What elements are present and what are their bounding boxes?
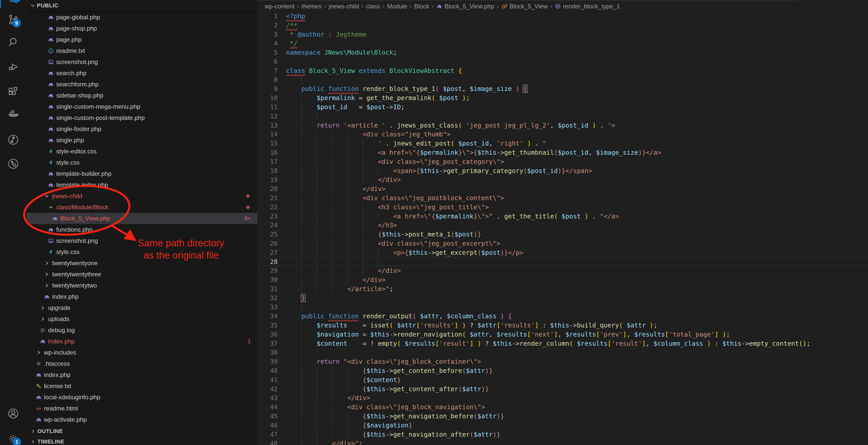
tree-item-page-shop.php[interactable]: page-shop.php [27,23,257,34]
tree-item-wp-includes[interactable]: wp-includes [27,347,257,358]
code-line-12[interactable]: 12 [257,112,868,121]
tree-item-index.php[interactable]: index.php1 [27,336,257,347]
code-line-2[interactable]: 2/** [257,21,868,30]
code-line-31[interactable]: 31 </article>"; [257,284,868,294]
code-line-21[interactable]: 21 <div class=\"jeg_postblock_content\"> [257,194,868,203]
tree-item-style.css[interactable]: #style.css [27,246,257,258]
code-line-41[interactable]: 41 {$content} [257,375,868,384]
tree-item-screenshot.png[interactable]: screenshot.png [27,235,257,246]
explorer-section-header[interactable]: PUBLIC [27,0,257,11]
code-line-14[interactable]: 14 <div class="jeg_thumb"> [257,130,868,139]
tree-item-style.css[interactable]: #style.css [27,157,257,168]
code-line-32[interactable]: 32 } [257,294,868,303]
code-line-48[interactable]: 48 </div>"; [257,439,868,445]
code-line-44[interactable]: 44 <div class=\"jeg_block_navigation\"> [257,403,868,412]
breadcrumb-item[interactable]: themes [302,3,321,10]
code-line-15[interactable]: 15 ' . jnews_edit_post( $post_id, 'right… [257,139,868,148]
tree-item-readme.txt[interactable]: readme.txt [27,45,257,57]
tree-item-single-footer.php[interactable]: single-footer.php [27,124,257,135]
tree-item-template-index.php[interactable]: template-index.php [27,179,257,191]
extensions-icon[interactable] [7,86,19,98]
code-line-42[interactable]: 42 {$this->get_content_after($attr)} [257,384,868,394]
tree-item-screenshot.png[interactable]: screenshot.png [27,57,257,68]
git-graph-icon[interactable] [7,134,19,146]
tree-item-sidebar-shop.php[interactable]: sidebar-shop.php [27,90,257,101]
code-line-30[interactable]: 30 </div> [257,275,868,284]
search-icon[interactable] [7,36,19,48]
code-line-3[interactable]: 3 * @author : Jegtheme [257,30,868,39]
code-line-20[interactable]: 20 </div> [257,184,868,194]
code-line-23[interactable]: 23 <a href=\"{$permalink}\">" . get_the_… [257,212,868,221]
tree-item-license.txt[interactable]: license.txt [27,380,257,392]
code-line-39[interactable]: 39 return "<div class=\"jeg_block_contai… [257,357,868,366]
tree-item-search.php[interactable]: search.php [27,68,257,79]
tree-item-.htaccess[interactable]: .htaccess [27,358,257,369]
tree-item-style-editor.css[interactable]: #style-editor.css [27,146,257,157]
code-line-16[interactable]: 16 <a href=\"{$permalink}\">{$this->get_… [257,148,868,157]
breadcrumb-item[interactable]: jnews-child [329,3,359,10]
tree-item-page-global.php[interactable]: page-global.php [27,12,257,23]
code-line-24[interactable]: 24 </h3> [257,221,868,230]
tree-item-debug.log[interactable]: debug.log [27,324,257,336]
code-line-13[interactable]: 13 return '<article ' . jnews_post_class… [257,121,868,130]
breadcrumb-item[interactable]: Block [414,3,429,10]
code-line-8[interactable]: 8 [257,75,868,84]
code-line-43[interactable]: 43 </div> [257,393,868,403]
code-line-1[interactable]: 1<?php [257,12,868,21]
tree-item-jnews-child[interactable]: jnews-child [27,191,257,202]
code-line-7[interactable]: 7class Block_5_View extends BlockViewAbs… [257,66,868,75]
code-line-18[interactable]: 18 <span>{$this->get_primary_category($p… [257,166,868,175]
git-search-icon[interactable] [7,158,19,170]
timeline-section-header[interactable]: TIMELINE [27,436,257,445]
tree-item-class-Module-Block[interactable]: class/Module/Block [27,202,257,213]
tree-item-functions.php[interactable]: functions.php [27,224,257,235]
breadcrumb-symbol-method[interactable]: render_block_type_1 [563,3,620,10]
tree-item-twentytwentyone[interactable]: twentytwentyone [27,258,257,269]
tree-item-local-xdebuginfo.php[interactable]: local-xdebuginfo.php [27,392,257,403]
code-line-25[interactable]: 25 {$this->post_meta_1($post)} [257,230,868,239]
code-line-36[interactable]: 36 $navigation = $this->render_navigatio… [257,330,868,339]
code-line-4[interactable]: 4 */ [257,39,868,48]
breadcrumb-symbol-class[interactable]: Block_5_View [509,3,548,10]
tree-item-index.php[interactable]: index.php [27,291,257,302]
code-line-46[interactable]: 46 {$navigation} [257,421,868,430]
code-line-29[interactable]: 29 </div> [257,266,868,275]
code-line-9[interactable]: 9 public function render_block_type_1( $… [257,84,868,94]
breadcrumb-item[interactable]: Module [387,3,407,10]
code-line-34[interactable]: 34 public function render_output( $attr,… [257,312,868,321]
code-line-10[interactable]: 10 $permalink = get_the_permalink( $post… [257,94,868,103]
tree-item-index.php[interactable]: index.php [27,369,257,380]
breadcrumb-item[interactable]: wp-content [265,3,294,10]
tree-item-twentytwentythree[interactable]: twentytwentythree [27,269,257,280]
code-line-27[interactable]: 27 <p>{$this->get_excerpt($post)}</p> [257,248,868,257]
breadcrumb-item[interactable]: class [366,3,380,10]
code-line-6[interactable]: 6 [257,57,868,66]
code-line-47[interactable]: 47 {$this->get_navigation_after($attr)} [257,430,868,439]
tree-item-uploads[interactable]: uploads [27,313,257,324]
tree-item-single-custom-mega-menu.php[interactable]: single-custom-mega-menu.php [27,101,257,112]
docker-icon[interactable] [7,108,19,120]
code-line-28[interactable]: 28 [257,257,868,267]
code-line-11[interactable]: 11 $post_id = $post->ID; [257,103,868,112]
tree-item-single-custom-post-template.php[interactable]: single-custom-post-template.php [27,112,257,124]
tree-item-wp-activate.php[interactable]: wp-activate.php [27,414,257,425]
tree-item-searchform.php[interactable]: searchform.php [27,79,257,90]
tree-item-twentytwentytwo[interactable]: twentytwentytwo [27,280,257,291]
code-line-38[interactable]: 38 [257,348,868,357]
tree-item-Block_5_View.php[interactable]: Block_5_View.php9+ [27,213,257,224]
tree-item-readme.html[interactable]: <>readme.html [27,403,257,414]
code-line-5[interactable]: 5namespace JNews\Module\Block; [257,48,868,57]
run-debug-icon[interactable] [7,61,19,73]
tree-item-page.php[interactable]: page.php [27,34,257,45]
tree-item-single.php[interactable]: single.php [27,135,257,146]
accounts-icon[interactable] [7,407,19,420]
code-line-19[interactable]: 19 </div> [257,175,868,184]
code-line-33[interactable]: 33 [257,303,868,312]
code-line-45[interactable]: 45 {$this->get_navigation_before($attr)} [257,412,868,421]
code-line-35[interactable]: 35 $results = isset( $attr['results'] ) … [257,321,868,330]
code-line-26[interactable]: 26 <div class=\"jeg_post_excerpt\"> [257,239,868,248]
code-line-40[interactable]: 40 {$this->get_content_before($attr)} [257,366,868,375]
code-line-37[interactable]: 37 $content = ! empty( $results['result'… [257,339,868,348]
tree-item-template-builder.php[interactable]: template-builder.php [27,168,257,179]
code-editor[interactable]: 1<?php2/**3 * @author : Jegtheme4 */5nam… [257,12,868,445]
